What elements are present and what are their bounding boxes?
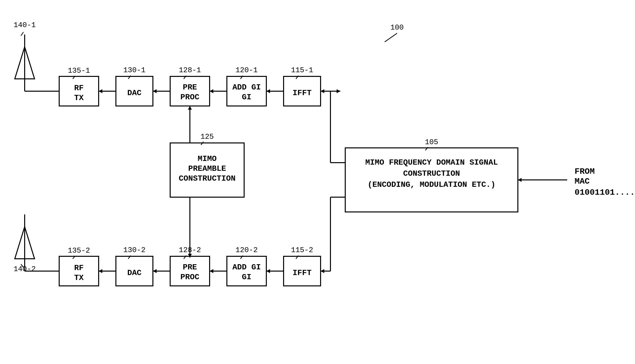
add-gi-1-label1: ADD GI bbox=[232, 83, 261, 92]
rf-tx-2-label2: TX bbox=[74, 273, 84, 282]
svg-marker-22 bbox=[266, 89, 270, 93]
mimo-freq-label1: MIMO FREQUENCY DOMAIN SIGNAL bbox=[365, 158, 498, 167]
from-mac-line1: FROM bbox=[574, 167, 595, 176]
mimo-freq-label2: CONSTRUCTION bbox=[403, 169, 460, 178]
svg-marker-14 bbox=[153, 89, 157, 93]
mimo-preamble-label3: CONSTRUCTION bbox=[179, 174, 236, 183]
svg-marker-30 bbox=[518, 178, 521, 182]
rf-tx-1-label1: RF bbox=[74, 84, 84, 93]
pre-proc-2-label1: PRE bbox=[183, 263, 197, 272]
pre-proc-2-label2: PROC bbox=[181, 272, 200, 282]
ref-115-2: 115-2 bbox=[291, 246, 313, 254]
ref-120-1: 120-1 bbox=[236, 66, 258, 74]
svg-marker-42 bbox=[188, 106, 192, 110]
dac-2-label: DAC bbox=[127, 268, 142, 278]
ref-100: 100 bbox=[390, 24, 404, 32]
svg-marker-66 bbox=[266, 269, 270, 273]
add-gi-1-label2: GI bbox=[242, 93, 251, 102]
dac-1-label: DAC bbox=[127, 88, 142, 98]
ref-128-1: 128-1 bbox=[179, 66, 201, 74]
from-mac-line2: MAC bbox=[574, 177, 590, 186]
ref-128-2: 128-2 bbox=[179, 246, 201, 254]
mimo-preamble-label1: MIMO bbox=[198, 154, 217, 164]
diagram-container: 100 140-1 RF TX 135-1 DAC 130-1 PRE bbox=[0, 0, 635, 364]
rf-tx-2-label1: RF bbox=[74, 264, 84, 272]
pre-proc-1-label2: PROC bbox=[181, 93, 200, 102]
pre-proc-1-label1: PRE bbox=[183, 83, 197, 92]
mimo-freq-label3: (ENCODING, MODULATION ETC.) bbox=[368, 180, 495, 189]
rf-tx-1-label2: TX bbox=[74, 94, 84, 102]
svg-marker-10 bbox=[99, 89, 102, 93]
svg-marker-62 bbox=[210, 269, 213, 273]
ref-120-2: 120-2 bbox=[236, 246, 258, 254]
ref-130-2: 130-2 bbox=[123, 246, 146, 254]
ref-135-2: 135-2 bbox=[68, 246, 90, 255]
svg-line-0 bbox=[385, 33, 397, 42]
ifft-2-label: IFFT bbox=[293, 268, 312, 278]
add-gi-2-label2: GI bbox=[242, 272, 251, 282]
svg-marker-34 bbox=[321, 89, 324, 93]
ref-135-1: 135-1 bbox=[68, 66, 90, 75]
ref-140-1: 140-1 bbox=[14, 21, 36, 29]
svg-rect-27 bbox=[345, 148, 518, 212]
ifft-1-label: IFFT bbox=[293, 88, 312, 98]
ref-125: 125 bbox=[201, 132, 214, 141]
add-gi-2-label1: ADD GI bbox=[232, 263, 261, 272]
mimo-preamble-label2: PREAMBLE bbox=[188, 164, 226, 173]
svg-line-4 bbox=[21, 32, 24, 36]
svg-marker-26 bbox=[337, 89, 340, 93]
ref-105: 105 bbox=[425, 138, 438, 146]
svg-marker-44 bbox=[188, 254, 192, 258]
ref-115-1: 115-1 bbox=[291, 66, 313, 74]
svg-marker-58 bbox=[153, 269, 157, 273]
from-mac-line3: 01001101.... bbox=[574, 188, 635, 197]
ref-130-1: 130-1 bbox=[123, 66, 146, 74]
svg-marker-18 bbox=[210, 89, 213, 93]
svg-marker-54 bbox=[99, 269, 102, 273]
